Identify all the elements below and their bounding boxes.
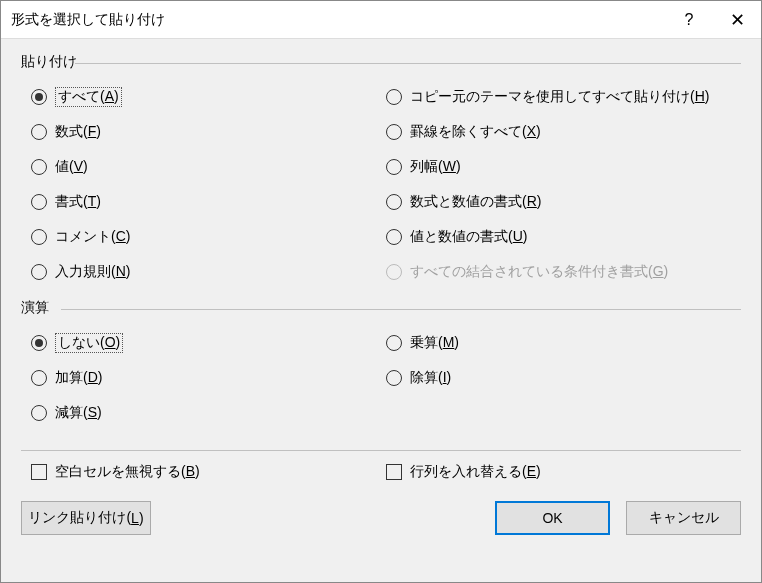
paste-radio: すべての結合されている条件付き書式(G) [386, 254, 741, 289]
cancel-button[interactable]: キャンセル [626, 501, 741, 535]
radio-icon [31, 370, 47, 386]
operation-radio[interactable]: 加算(D) [31, 360, 386, 395]
paste-special-dialog: 形式を選択して貼り付け ? ✕ 貼り付け すべて(A)数式(F)値(V)書式(T… [0, 0, 762, 583]
paste-radio[interactable]: コメント(C) [31, 219, 386, 254]
radio-icon [386, 264, 402, 280]
close-button[interactable]: ✕ [713, 1, 761, 39]
radio-icon [31, 89, 47, 105]
radio-label: 書式(T) [55, 193, 101, 211]
titlebar: 形式を選択して貼り付け ? ✕ [1, 1, 761, 39]
radio-label: すべて(A) [55, 87, 122, 107]
radio-label: コメント(C) [55, 228, 130, 246]
radio-icon [386, 370, 402, 386]
transpose-checkbox[interactable]: 行列を入れ替える(E) [386, 463, 741, 481]
paste-radio[interactable]: 罫線を除くすべて(X) [386, 114, 741, 149]
radio-label: 減算(S) [55, 404, 102, 422]
dialog-title: 形式を選択して貼り付け [11, 11, 665, 29]
group-divider [75, 63, 741, 64]
operation-radio[interactable]: 乗算(M) [386, 325, 741, 360]
divider [21, 450, 741, 451]
radio-label: 値と数値の書式(U) [410, 228, 527, 246]
radio-icon [31, 159, 47, 175]
radio-icon [386, 124, 402, 140]
paste-group: 貼り付け すべて(A)数式(F)値(V)書式(T)コメント(C)入力規則(N) … [21, 53, 741, 295]
paste-radio[interactable]: 値と数値の書式(U) [386, 219, 741, 254]
paste-group-label: 貼り付け [21, 53, 77, 71]
paste-radio[interactable]: 入力規則(N) [31, 254, 386, 289]
radio-label: 加算(D) [55, 369, 102, 387]
radio-icon [31, 264, 47, 280]
paste-radio[interactable]: 値(V) [31, 149, 386, 184]
operation-group-label: 演算 [21, 299, 49, 317]
radio-label: 数式と数値の書式(R) [410, 193, 541, 211]
button-bar: リンク貼り付け(L) OK キャンセル [21, 501, 741, 545]
radio-label: すべての結合されている条件付き書式(G) [410, 263, 668, 281]
dialog-content: 貼り付け すべて(A)数式(F)値(V)書式(T)コメント(C)入力規則(N) … [1, 39, 761, 582]
radio-label: しない(O) [55, 333, 123, 353]
checkbox-area: 空白セルを無視する(B) 行列を入れ替える(E) [21, 463, 741, 481]
paste-radio[interactable]: 列幅(W) [386, 149, 741, 184]
paste-radio[interactable]: コピー元のテーマを使用してすべて貼り付け(H) [386, 79, 741, 114]
radio-icon [386, 89, 402, 105]
operation-group: 演算 しない(O)加算(D)減算(S) 乗算(M)除算(I) [21, 299, 741, 436]
paste-radio[interactable]: 数式と数値の書式(R) [386, 184, 741, 219]
radio-icon [31, 405, 47, 421]
radio-label: 数式(F) [55, 123, 101, 141]
skip-blanks-label: 空白セルを無視する(B) [55, 463, 200, 481]
operation-radio[interactable]: しない(O) [31, 325, 386, 360]
ok-button[interactable]: OK [495, 501, 610, 535]
skip-blanks-checkbox[interactable]: 空白セルを無視する(B) [31, 463, 386, 481]
radio-label: 罫線を除くすべて(X) [410, 123, 541, 141]
radio-icon [31, 124, 47, 140]
operation-options: しない(O)加算(D)減算(S) 乗算(M)除算(I) [21, 319, 741, 436]
link-paste-button[interactable]: リンク貼り付け(L) [21, 501, 151, 535]
radio-icon [386, 194, 402, 210]
group-divider [61, 309, 741, 310]
checkbox-icon [386, 464, 402, 480]
radio-label: 乗算(M) [410, 334, 459, 352]
radio-icon [386, 159, 402, 175]
radio-label: 入力規則(N) [55, 263, 130, 281]
radio-label: 列幅(W) [410, 158, 461, 176]
radio-icon [386, 229, 402, 245]
checkbox-icon [31, 464, 47, 480]
operation-radio[interactable]: 除算(I) [386, 360, 741, 395]
paste-radio[interactable]: 数式(F) [31, 114, 386, 149]
help-button[interactable]: ? [665, 1, 713, 39]
radio-label: 値(V) [55, 158, 88, 176]
radio-icon [31, 229, 47, 245]
radio-label: 除算(I) [410, 369, 451, 387]
paste-options: すべて(A)数式(F)値(V)書式(T)コメント(C)入力規則(N) コピー元の… [21, 73, 741, 295]
radio-icon [31, 194, 47, 210]
transpose-label: 行列を入れ替える(E) [410, 463, 541, 481]
radio-label: コピー元のテーマを使用してすべて貼り付け(H) [410, 88, 709, 106]
radio-icon [386, 335, 402, 351]
operation-radio[interactable]: 減算(S) [31, 395, 386, 430]
paste-radio[interactable]: 書式(T) [31, 184, 386, 219]
paste-radio[interactable]: すべて(A) [31, 79, 386, 114]
radio-icon [31, 335, 47, 351]
